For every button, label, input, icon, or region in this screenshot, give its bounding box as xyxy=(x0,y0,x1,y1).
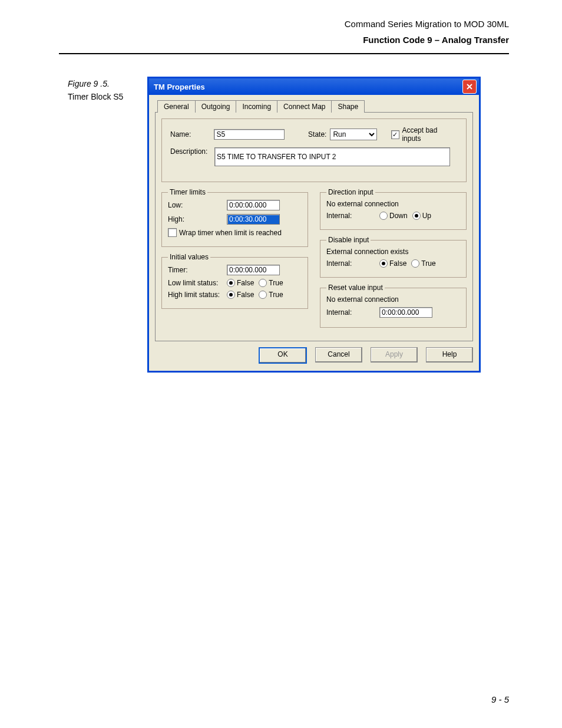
general-top-group: Name: State: Run ✓ Accept bad inputs D xyxy=(161,118,467,182)
tab-outgoing[interactable]: Outgoing xyxy=(195,100,237,113)
direction-input-group: Direction input No external connection I… xyxy=(320,188,467,230)
close-button[interactable] xyxy=(462,80,477,94)
header-rule xyxy=(59,53,509,54)
dialog-button-row: OK Cancel Apply Help xyxy=(149,346,479,371)
apply-button[interactable]: Apply xyxy=(371,347,418,363)
reset-value-legend: Reset value input xyxy=(326,284,385,292)
disable-false-radio[interactable]: False xyxy=(379,259,406,268)
high-limit-status-label: High limit status: xyxy=(168,291,227,299)
doc-title: Command Series Migration to MOD 30ML xyxy=(345,19,509,29)
initial-values-legend: Initial values xyxy=(168,253,210,261)
titlebar: TM Properties xyxy=(149,78,479,95)
timer-limits-legend: Timer limits xyxy=(168,188,207,196)
disable-true-radio[interactable]: True xyxy=(411,259,435,268)
accept-bad-inputs-checkbox[interactable]: ✓ Accept bad inputs xyxy=(391,126,458,143)
low-status-false-radio[interactable]: False xyxy=(227,279,254,287)
state-label: State: xyxy=(308,130,326,139)
section-title: Function Code 9 – Analog Transfer xyxy=(345,35,509,45)
timer-limits-group: Timer limits Low: High: Wrap timer when … xyxy=(161,188,308,247)
direction-internal-label: Internal: xyxy=(326,212,379,220)
reset-note: No external connection xyxy=(326,295,460,304)
high-field[interactable] xyxy=(227,214,280,225)
tab-strip: General Outgoing Incoming Connect Map Sh… xyxy=(149,95,479,112)
reset-internal-label: Internal: xyxy=(326,308,379,317)
disable-input-legend: Disable input xyxy=(326,236,371,244)
disable-input-group: Disable input External connection exists… xyxy=(320,236,467,278)
disable-note: External connection exists xyxy=(326,248,460,256)
low-status-true-radio[interactable]: True xyxy=(259,279,283,287)
description-field[interactable] xyxy=(214,147,450,166)
wrap-timer-label: Wrap timer when limit is reached xyxy=(179,229,282,237)
reset-value-field[interactable] xyxy=(379,307,432,318)
close-icon xyxy=(466,83,473,90)
dialog-title: TM Properties xyxy=(154,83,462,91)
initial-values-group: Initial values Timer: Low limit status: … xyxy=(161,253,308,309)
tm-properties-dialog: TM Properties General Outgoing Incoming … xyxy=(147,77,481,373)
direction-down-radio[interactable]: Down xyxy=(379,212,408,220)
low-limit-status-label: Low limit status: xyxy=(168,279,227,287)
tab-general[interactable]: General xyxy=(157,100,196,113)
direction-up-radio[interactable]: Up xyxy=(412,212,431,220)
checkbox-icon xyxy=(168,228,177,237)
low-field[interactable] xyxy=(227,200,280,210)
tab-connect-map[interactable]: Connect Map xyxy=(277,100,332,113)
name-field[interactable] xyxy=(214,129,285,140)
help-button[interactable]: Help xyxy=(426,347,473,363)
direction-note: No external connection xyxy=(326,200,460,208)
cancel-button[interactable]: Cancel xyxy=(315,347,362,363)
description-label: Description: xyxy=(170,147,214,156)
timer-label: Timer: xyxy=(168,266,227,274)
figure-number: Figure 9 .5. xyxy=(68,79,123,88)
timer-field[interactable] xyxy=(227,265,280,275)
checkbox-icon: ✓ xyxy=(391,130,400,139)
tab-incoming[interactable]: Incoming xyxy=(236,100,277,113)
wrap-timer-checkbox[interactable]: Wrap timer when limit is reached xyxy=(168,228,282,237)
low-label: Low: xyxy=(168,201,227,209)
name-label: Name: xyxy=(170,130,214,139)
high-label: High: xyxy=(168,215,227,223)
tab-panel-general: Name: State: Run ✓ Accept bad inputs D xyxy=(155,112,473,341)
ok-button[interactable]: OK xyxy=(259,347,307,364)
page-number: 9 - 5 xyxy=(491,694,509,704)
reset-value-input-group: Reset value input No external connection… xyxy=(320,284,467,328)
state-select[interactable]: Run xyxy=(330,129,376,140)
high-status-true-radio[interactable]: True xyxy=(259,291,283,299)
disable-internal-label: Internal: xyxy=(326,259,379,268)
accept-bad-inputs-label: Accept bad inputs xyxy=(402,126,458,143)
high-status-false-radio[interactable]: False xyxy=(227,291,254,299)
figure-caption: Timer Block S5 xyxy=(68,92,123,101)
direction-input-legend: Direction input xyxy=(326,188,375,196)
tab-shape[interactable]: Shape xyxy=(331,100,365,113)
